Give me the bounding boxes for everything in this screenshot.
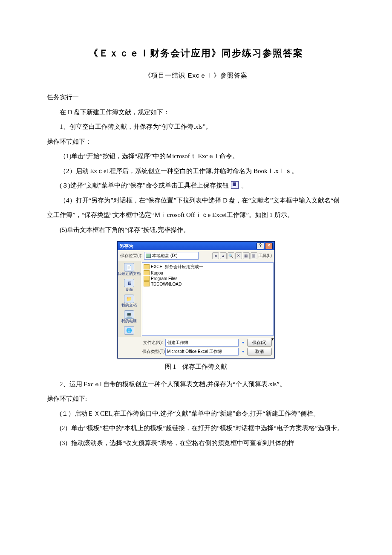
figure-1: 另存为 ? × 保存位置(I): 本地磁盘 (D:) ◄ ▲ 🔍 ✕ ▦ <box>47 241 345 358</box>
mycomputer-icon: 💻 <box>124 310 134 319</box>
filename-input[interactable]: 创建工作簿 <box>165 339 239 347</box>
place-mydocs[interactable]: 📁我的文档 <box>121 294 137 309</box>
task1-heading: 任务实行一 <box>47 90 345 105</box>
desktop-icon: 🖥 <box>124 279 134 287</box>
save-button[interactable]: 保存(S) <box>247 339 272 347</box>
recent-icon: 📄 <box>124 263 134 272</box>
drive-icon <box>146 254 151 258</box>
task1-req2: 2、运用 Excｅl 自带的模板创立一种个人预算表文档,并保存为“个人预算表.x… <box>47 377 345 392</box>
folder-icon <box>144 270 150 275</box>
step-5: (5)单击文本框右下角的“保存”按钮,完毕操作。 <box>47 223 345 237</box>
help-button[interactable]: ? <box>257 243 264 249</box>
place-recent[interactable]: 📄我最近的文档 <box>118 262 141 277</box>
task1-intro: 在 D 盘下新建工作簿文献，规定如下： <box>47 105 345 120</box>
folder-icon <box>144 276 150 281</box>
folder-icon <box>144 264 150 269</box>
step-4: （4）打开“另存为”对话框，在“保存位置”下拉列表中选择 D 盘，在“文献名”文… <box>47 193 345 223</box>
views-button[interactable]: ▥ <box>251 252 257 259</box>
step-3: (３)选择“文献”菜单中的“保存”命令或单击工具栏上保存按钮 。 <box>47 178 345 193</box>
delete-button[interactable]: ✕ <box>235 252 242 259</box>
folder-item[interactable]: Program Files <box>144 276 272 281</box>
save-location-dropdown[interactable]: 本地磁盘 (D:) <box>144 252 199 260</box>
filetype-dropdown-icon[interactable]: ▾ <box>240 349 245 354</box>
save-location-row: 保存位置(I): 本地磁盘 (D:) ◄ ▲ 🔍 ✕ ▦ ▥ 工具(L) <box>118 250 274 261</box>
step-3-pre: (３)选择“文献”菜单中的“保存”命令或单击工具栏上保存按钮 <box>60 182 229 189</box>
save-as-dialog: 另存为 ? × 保存位置(I): 本地磁盘 (D:) ◄ ▲ 🔍 ✕ ▦ <box>117 241 275 358</box>
file-list[interactable]: EXCEL财务会计应用完成一 Kugou Program Files TDDOW… <box>142 262 274 336</box>
places-bar: 📄我最近的文档 🖥桌面 📁我的文档 💻我的电脑 🌐 <box>118 261 141 337</box>
folder-icon <box>144 281 150 286</box>
document-page: 《Ｅｘｃｅｌ财务会计应用》同步练习参照答案 《项目一结识 Excｅｌ》参照答案 … <box>0 0 392 476</box>
doc-title: 《Ｅｘｃｅｌ财务会计应用》同步练习参照答案 <box>47 47 345 60</box>
step-2: （2）启动 Exｃel 程序后，系统创立一种空白的工作簿,并临时命名为 Book… <box>47 164 345 179</box>
b-step-2: (2）单击“模板”栏中的“本机上的模板”超链接，在打开的“模板”对话框中选择“电… <box>47 421 345 436</box>
close-button[interactable]: × <box>265 243 273 249</box>
filename-label: 文件名(N): <box>142 340 164 346</box>
cancel-button[interactable]: 取消 <box>247 348 272 356</box>
filename-dropdown-icon[interactable]: ▾ <box>240 340 245 345</box>
save-location-value: 本地磁盘 (D:) <box>152 253 177 259</box>
place-mycomputer[interactable]: 💻我的电脑 <box>121 309 137 324</box>
save-location-label: 保存位置(I): <box>120 253 142 259</box>
folder-item[interactable]: TDDOWNLOAD <box>144 281 272 287</box>
folder-item[interactable]: EXCEL财务会计应用完成一 <box>144 264 272 270</box>
new-folder-button[interactable]: ▦ <box>243 252 250 259</box>
place-network[interactable]: 🌐 <box>124 325 134 336</box>
mydocs-icon: 📁 <box>124 295 134 303</box>
doc-subtitle: 《项目一结识 Excｅｌ》参照答案 <box>47 72 345 80</box>
filetype-input[interactable]: Microsoft Office Excel 工作簿 <box>165 348 239 356</box>
filetype-label: 保存类型(T): <box>142 349 164 355</box>
step-1: （1)单击“开始”按钮，选择“程序”中的Ｍicrosofｔ Excｅ l 命令。 <box>47 149 345 164</box>
network-icon: 🌐 <box>124 326 134 335</box>
tools-menu[interactable]: 工具(L) <box>258 253 272 259</box>
folder-item[interactable]: Kugou <box>144 270 272 276</box>
up-button[interactable]: ▲ <box>220 252 227 259</box>
task1-req1: 1、创立空白工作簿文献，并保存为“创立工作簿.xls”。 <box>47 119 345 134</box>
ops2-heading: 操作环节如下: <box>47 391 345 406</box>
step-3-post: 。 <box>241 182 248 189</box>
place-desktop[interactable]: 🖥桌面 <box>124 278 134 293</box>
b-step-3: (3）拖动滚动条，选择“收支预算表”表格，在空格右侧的预览框中可查看到具体的样 <box>47 436 345 451</box>
dialog-titlebar: 另存为 ? × <box>118 242 274 250</box>
ops-heading: 操作环节如下： <box>47 134 345 149</box>
search-icon[interactable]: 🔍 <box>228 252 234 259</box>
figure-1-caption: 图 1 保存工作簿文献 <box>47 363 345 371</box>
dialog-title-text: 另存为 <box>119 243 133 249</box>
back-button[interactable]: ◄ <box>212 252 219 259</box>
b-step-1: (１）启动ＥＸCEL,在工作簿窗口中,选择“文献”菜单中的“新建”命令,打开“新… <box>47 406 345 421</box>
save-toolbar-icon <box>231 181 239 189</box>
